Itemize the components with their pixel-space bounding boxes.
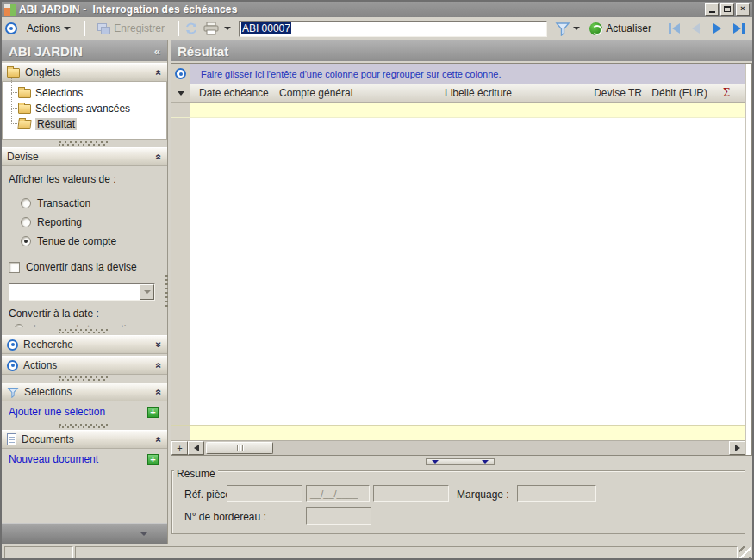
chevron-up-icon: «	[153, 437, 165, 443]
combobox-dropdown-icon[interactable]	[140, 284, 154, 300]
horizontal-scrollbar[interactable]: +	[171, 440, 745, 455]
actions-menu-button[interactable]: Actions	[20, 19, 78, 38]
sidebar-filler	[2, 470, 167, 523]
convert-currency-checkbox[interactable]: Convertir dans la devise	[9, 258, 162, 277]
currency-combobox[interactable]	[9, 283, 155, 301]
section-resize-grip[interactable]	[2, 422, 167, 430]
radio-cours-transaction-clipped[interactable]: du cours de transaction	[9, 320, 162, 327]
first-record-button[interactable]	[664, 20, 684, 37]
grid-plus-button[interactable]: +	[171, 441, 188, 455]
chevron-down-icon[interactable]	[140, 532, 148, 536]
section-resize-grip[interactable]	[2, 140, 167, 147]
save-button[interactable]: Enregistrer	[90, 19, 171, 38]
ref-piece-field-2[interactable]	[373, 485, 449, 502]
radio-reporting[interactable]: Reporting	[9, 213, 162, 232]
ref-piece-field-1[interactable]	[227, 485, 302, 502]
section-resize-grip[interactable]	[2, 327, 167, 335]
radio-icon	[21, 198, 31, 208]
column-header-compte-general[interactable]: Compte général	[274, 87, 438, 99]
sidebar-splitter-grip[interactable]	[165, 275, 168, 308]
devise-panel: Afficher les valeurs de : Transaction Re…	[2, 166, 167, 327]
minimize-button[interactable]	[705, 3, 719, 16]
print-options-chevron-icon[interactable]	[224, 27, 231, 30]
row-indicator-header[interactable]	[171, 84, 190, 102]
actions-menu-label: Actions	[27, 22, 60, 34]
empty-grid-row[interactable]	[171, 103, 745, 118]
scrollbar-track[interactable]	[273, 441, 729, 455]
last-record-button[interactable]	[729, 20, 749, 37]
filter-options-chevron-icon[interactable]	[573, 27, 580, 30]
radio-label: Reporting	[37, 216, 82, 228]
grid-body[interactable]	[171, 118, 745, 425]
bordereau-field[interactable]	[306, 507, 371, 525]
chevron-up-icon: «	[153, 363, 165, 369]
filter-icon[interactable]	[555, 22, 570, 36]
actualiser-button[interactable]: Actualiser	[583, 19, 658, 39]
column-header-date-echeance[interactable]: Date échéance	[190, 87, 274, 99]
add-selection-row: Ajouter une sélection +	[2, 403, 167, 420]
actualiser-icon	[589, 22, 602, 35]
main-panel: Résultat Faire glisser ici l'entête d'un…	[168, 40, 752, 544]
add-selection-plus-icon[interactable]: +	[147, 407, 159, 418]
onglets-section-header[interactable]: Onglets «	[2, 63, 167, 82]
tree-item-selections[interactable]: Sélections	[8, 85, 166, 101]
resume-section: Résumé Réf. pièce : __/__/____ Marquage …	[168, 468, 752, 544]
vertical-scrollbar-gutter	[745, 64, 751, 455]
panel-splitter	[168, 456, 752, 468]
close-button[interactable]: ×	[736, 3, 750, 16]
convert-date-label: Convertir à la date :	[9, 308, 162, 320]
devise-section-header[interactable]: Devise «	[2, 147, 167, 166]
next-record-button[interactable]	[707, 20, 727, 37]
onglets-label: Onglets	[25, 66, 60, 78]
tree-item-selections-avancees[interactable]: Sélections avancées	[8, 101, 166, 116]
radio-checked-icon	[21, 236, 31, 246]
refresh-icon[interactable]	[184, 22, 198, 35]
print-button[interactable]	[201, 20, 221, 38]
main-header: Résultat	[171, 40, 752, 61]
scroll-left-button[interactable]	[188, 441, 204, 455]
target-icon	[7, 339, 18, 351]
group-by-hint: Faire glisser ici l'entête d'une colonne…	[190, 64, 745, 84]
target-icon	[7, 360, 18, 371]
status-panel-main	[75, 546, 738, 559]
sidebar-collapse-icon[interactable]: «	[154, 45, 160, 58]
ref-piece-date-field[interactable]: __/__/____	[306, 485, 370, 502]
scrollbar-thumb[interactable]	[206, 442, 273, 454]
resize-grip[interactable]	[739, 546, 751, 559]
column-header-libelle-ecriture[interactable]: Libellé écriture	[438, 87, 593, 99]
column-header-devise-tr[interactable]: Devise TR	[593, 87, 642, 99]
section-resize-grip[interactable]	[2, 375, 167, 383]
app-icon	[4, 4, 16, 16]
marquage-field[interactable]	[517, 485, 596, 502]
scroll-right-button[interactable]	[729, 441, 745, 455]
maximize-button[interactable]	[720, 3, 734, 16]
status-panel-left	[4, 546, 73, 559]
new-document-plus-icon[interactable]: +	[147, 454, 159, 465]
new-document-link[interactable]: Nouveau document	[9, 453, 98, 465]
actions-section-header[interactable]: Actions «	[2, 356, 167, 375]
record-search-input[interactable]: ABI 00007	[239, 21, 547, 37]
sidebar-title: ABI JARDIN	[9, 44, 83, 59]
result-grid: Faire glisser ici l'entête d'une colonne…	[171, 63, 752, 456]
previous-record-button[interactable]	[686, 20, 706, 37]
radio-tenue-de-compte[interactable]: Tenue de compte	[9, 232, 162, 251]
save-icon	[97, 23, 110, 34]
sidebar-bottom-bar	[2, 523, 167, 544]
selections-section-header[interactable]: Sélections «	[2, 383, 167, 401]
devise-label: Devise	[7, 151, 39, 163]
add-selection-link[interactable]: Ajouter une sélection	[9, 406, 105, 418]
bordereau-label: N° de bordereau :	[184, 511, 266, 523]
tree-item-label: Sélections	[35, 87, 83, 99]
recherche-section-header[interactable]: Recherche »	[2, 335, 167, 354]
column-header-debit-eur[interactable]: Débit (EUR)	[642, 87, 713, 99]
splitter-collapse-widget[interactable]	[426, 458, 495, 465]
dropdown-icon	[178, 91, 184, 96]
documents-section-header[interactable]: Documents «	[2, 430, 167, 449]
document-icon	[7, 433, 16, 445]
selections-label: Sélections	[24, 386, 72, 398]
column-header-sigma[interactable]: Σ	[713, 87, 740, 99]
checkbox-label: Convertir dans la devise	[26, 261, 137, 273]
group-by-bar[interactable]: Faire glisser ici l'entête d'une colonne…	[171, 64, 745, 84]
radio-transaction[interactable]: Transaction	[9, 194, 162, 213]
tree-item-resultat[interactable]: Résultat	[8, 116, 166, 132]
